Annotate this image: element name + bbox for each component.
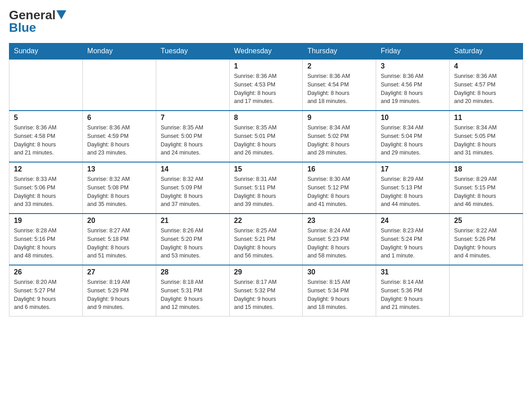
calendar-cell: [9, 59, 83, 111]
calendar-cell: 12Sunrise: 8:33 AM Sunset: 5:06 PM Dayli…: [9, 162, 83, 214]
logo-general: General: [9, 9, 56, 21]
day-number: 21: [161, 217, 225, 225]
day-info: Sunrise: 8:36 AM Sunset: 4:54 PM Dayligh…: [307, 72, 371, 106]
page-header: General Blue: [9, 9, 523, 34]
calendar-table: SundayMondayTuesdayWednesdayThursdayFrid…: [9, 43, 523, 317]
calendar-cell: 9Sunrise: 8:34 AM Sunset: 5:02 PM Daylig…: [303, 111, 376, 162]
calendar-cell: 20Sunrise: 8:27 AM Sunset: 5:18 PM Dayli…: [82, 214, 156, 265]
calendar-week-1: 1Sunrise: 8:36 AM Sunset: 4:53 PM Daylig…: [9, 59, 523, 111]
calendar-cell: 28Sunrise: 8:18 AM Sunset: 5:31 PM Dayli…: [156, 265, 229, 317]
day-number: 31: [381, 268, 445, 276]
day-number: 22: [234, 217, 298, 225]
day-info: Sunrise: 8:29 AM Sunset: 5:15 PM Dayligh…: [454, 175, 518, 209]
day-number: 18: [454, 165, 518, 173]
day-info: Sunrise: 8:31 AM Sunset: 5:11 PM Dayligh…: [234, 175, 298, 209]
day-info: Sunrise: 8:28 AM Sunset: 5:16 PM Dayligh…: [14, 227, 78, 260]
calendar-cell: [82, 59, 156, 111]
day-number: 1: [234, 62, 298, 70]
calendar-week-3: 12Sunrise: 8:33 AM Sunset: 5:06 PM Dayli…: [9, 162, 523, 214]
day-info: Sunrise: 8:35 AM Sunset: 5:00 PM Dayligh…: [161, 124, 225, 157]
day-info: Sunrise: 8:15 AM Sunset: 5:34 PM Dayligh…: [307, 278, 371, 312]
header-cell-monday: Monday: [82, 43, 156, 60]
day-info: Sunrise: 8:24 AM Sunset: 5:23 PM Dayligh…: [307, 227, 371, 260]
calendar-cell: 22Sunrise: 8:25 AM Sunset: 5:21 PM Dayli…: [229, 214, 303, 265]
calendar-cell: 7Sunrise: 8:35 AM Sunset: 5:00 PM Daylig…: [156, 111, 229, 162]
day-info: Sunrise: 8:19 AM Sunset: 5:29 PM Dayligh…: [87, 278, 151, 312]
day-info: Sunrise: 8:36 AM Sunset: 4:53 PM Dayligh…: [234, 72, 298, 106]
day-number: 25: [454, 217, 518, 225]
day-number: 28: [161, 268, 225, 276]
header-row: SundayMondayTuesdayWednesdayThursdayFrid…: [9, 43, 523, 60]
day-info: Sunrise: 8:36 AM Sunset: 4:57 PM Dayligh…: [454, 72, 518, 106]
calendar-body: 1Sunrise: 8:36 AM Sunset: 4:53 PM Daylig…: [9, 59, 523, 317]
logo: General Blue: [9, 9, 66, 34]
day-info: Sunrise: 8:34 AM Sunset: 5:05 PM Dayligh…: [454, 124, 518, 157]
calendar-cell: 26Sunrise: 8:20 AM Sunset: 5:27 PM Dayli…: [9, 265, 83, 317]
day-number: 27: [87, 268, 151, 276]
calendar-cell: [156, 59, 229, 111]
calendar-cell: 6Sunrise: 8:36 AM Sunset: 4:59 PM Daylig…: [82, 111, 156, 162]
calendar-week-4: 19Sunrise: 8:28 AM Sunset: 5:16 PM Dayli…: [9, 214, 523, 265]
day-number: 23: [307, 217, 371, 225]
day-info: Sunrise: 8:22 AM Sunset: 5:26 PM Dayligh…: [454, 227, 518, 260]
calendar-cell: 4Sunrise: 8:36 AM Sunset: 4:57 PM Daylig…: [450, 59, 523, 111]
header-cell-friday: Friday: [376, 43, 450, 60]
calendar-cell: 15Sunrise: 8:31 AM Sunset: 5:11 PM Dayli…: [229, 162, 303, 214]
day-info: Sunrise: 8:23 AM Sunset: 5:24 PM Dayligh…: [381, 227, 445, 260]
day-info: Sunrise: 8:33 AM Sunset: 5:06 PM Dayligh…: [14, 175, 78, 209]
day-info: Sunrise: 8:36 AM Sunset: 4:59 PM Dayligh…: [87, 124, 151, 157]
calendar-cell: 5Sunrise: 8:36 AM Sunset: 4:58 PM Daylig…: [9, 111, 83, 162]
day-number: 19: [14, 217, 78, 225]
calendar-header: SundayMondayTuesdayWednesdayThursdayFrid…: [9, 43, 523, 60]
calendar-cell: 19Sunrise: 8:28 AM Sunset: 5:16 PM Dayli…: [9, 214, 83, 265]
header-cell-saturday: Saturday: [450, 43, 523, 60]
calendar-cell: 23Sunrise: 8:24 AM Sunset: 5:23 PM Dayli…: [303, 214, 376, 265]
header-cell-tuesday: Tuesday: [156, 43, 229, 60]
day-number: 13: [87, 165, 151, 173]
day-number: 10: [381, 114, 445, 122]
calendar-cell: 31Sunrise: 8:14 AM Sunset: 5:36 PM Dayli…: [376, 265, 450, 317]
calendar-cell: 2Sunrise: 8:36 AM Sunset: 4:54 PM Daylig…: [303, 59, 376, 111]
day-info: Sunrise: 8:32 AM Sunset: 5:09 PM Dayligh…: [161, 175, 225, 209]
day-info: Sunrise: 8:14 AM Sunset: 5:36 PM Dayligh…: [381, 278, 445, 312]
calendar-cell: 1Sunrise: 8:36 AM Sunset: 4:53 PM Daylig…: [229, 59, 303, 111]
day-number: 30: [307, 268, 371, 276]
calendar-week-5: 26Sunrise: 8:20 AM Sunset: 5:27 PM Dayli…: [9, 265, 523, 317]
svg-marker-0: [56, 10, 66, 19]
calendar-cell: 21Sunrise: 8:26 AM Sunset: 5:20 PM Dayli…: [156, 214, 229, 265]
day-number: 17: [381, 165, 445, 173]
day-info: Sunrise: 8:27 AM Sunset: 5:18 PM Dayligh…: [87, 227, 151, 260]
day-number: 7: [161, 114, 225, 122]
calendar-cell: [450, 265, 523, 317]
day-number: 6: [87, 114, 151, 122]
calendar-cell: 24Sunrise: 8:23 AM Sunset: 5:24 PM Dayli…: [376, 214, 450, 265]
calendar-cell: 16Sunrise: 8:30 AM Sunset: 5:12 PM Dayli…: [303, 162, 376, 214]
day-info: Sunrise: 8:29 AM Sunset: 5:13 PM Dayligh…: [381, 175, 445, 209]
day-number: 4: [454, 62, 518, 70]
day-info: Sunrise: 8:36 AM Sunset: 4:56 PM Dayligh…: [381, 72, 445, 106]
calendar-cell: 30Sunrise: 8:15 AM Sunset: 5:34 PM Dayli…: [303, 265, 376, 317]
calendar-cell: 17Sunrise: 8:29 AM Sunset: 5:13 PM Dayli…: [376, 162, 450, 214]
logo-arrow-icon: [56, 10, 66, 19]
calendar-cell: 29Sunrise: 8:17 AM Sunset: 5:32 PM Dayli…: [229, 265, 303, 317]
calendar-cell: 18Sunrise: 8:29 AM Sunset: 5:15 PM Dayli…: [450, 162, 523, 214]
logo-blue: Blue: [9, 21, 36, 34]
day-info: Sunrise: 8:17 AM Sunset: 5:32 PM Dayligh…: [234, 278, 298, 312]
header-cell-sunday: Sunday: [9, 43, 83, 60]
day-number: 24: [381, 217, 445, 225]
calendar-cell: 14Sunrise: 8:32 AM Sunset: 5:09 PM Dayli…: [156, 162, 229, 214]
day-info: Sunrise: 8:25 AM Sunset: 5:21 PM Dayligh…: [234, 227, 298, 260]
day-number: 5: [14, 114, 78, 122]
day-number: 14: [161, 165, 225, 173]
day-info: Sunrise: 8:36 AM Sunset: 4:58 PM Dayligh…: [14, 124, 78, 157]
header-cell-thursday: Thursday: [303, 43, 376, 60]
calendar-cell: 13Sunrise: 8:32 AM Sunset: 5:08 PM Dayli…: [82, 162, 156, 214]
day-info: Sunrise: 8:26 AM Sunset: 5:20 PM Dayligh…: [161, 227, 225, 260]
day-number: 3: [381, 62, 445, 70]
header-cell-wednesday: Wednesday: [229, 43, 303, 60]
day-info: Sunrise: 8:30 AM Sunset: 5:12 PM Dayligh…: [307, 175, 371, 209]
day-number: 11: [454, 114, 518, 122]
day-info: Sunrise: 8:34 AM Sunset: 5:02 PM Dayligh…: [307, 124, 371, 157]
day-number: 12: [14, 165, 78, 173]
day-number: 2: [307, 62, 371, 70]
